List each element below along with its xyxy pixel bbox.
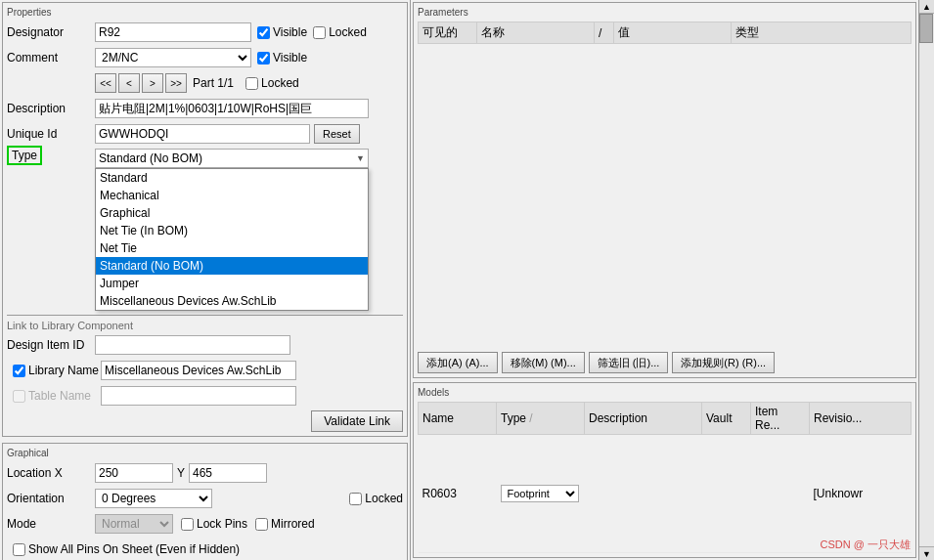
- design-item-id-input[interactable]: [95, 335, 290, 355]
- type-option-misc[interactable]: Miscellaneous Devices Aw.SchLib: [96, 292, 368, 310]
- validate-row: Validate Link: [7, 410, 403, 432]
- location-y-input[interactable]: [189, 463, 267, 483]
- models-col-type: Type /: [497, 403, 585, 435]
- lock-pins-checkbox[interactable]: [181, 518, 194, 531]
- type-label: Type: [7, 146, 42, 165]
- type-dropdown-selected[interactable]: Standard (No BOM) ▼: [95, 149, 369, 168]
- description-input[interactable]: [95, 99, 369, 118]
- orientation-row: Orientation 0 Degrees Locked: [7, 488, 403, 509]
- model-type: Footprint: [497, 435, 585, 553]
- mirrored-label[interactable]: Mirrored: [255, 517, 315, 531]
- table-row: R0603 Footprint [Unknowr: [419, 435, 912, 553]
- uniqueid-input[interactable]: [95, 124, 310, 144]
- description-row: Description: [7, 98, 403, 119]
- library-name-checkbox[interactable]: [13, 365, 25, 377]
- design-item-id-label: Design Item ID: [7, 338, 95, 352]
- nav-first-btn[interactable]: <<: [95, 73, 116, 93]
- remove-param-btn[interactable]: 移除(M) (M)...: [502, 352, 585, 373]
- params-col-value: 值: [614, 22, 732, 44]
- table-name-text: Table Name: [28, 389, 91, 403]
- library-name-input[interactable]: [101, 361, 296, 380]
- lock-pins-label[interactable]: Lock Pins: [181, 517, 247, 531]
- graphical-title: Graphical: [7, 448, 403, 458]
- table-name-row: Table Name: [7, 385, 403, 407]
- show-pins-checkbox[interactable]: [13, 543, 25, 556]
- separator-1: [7, 315, 403, 316]
- add-rule-btn[interactable]: 添加规则(R) (R)...: [672, 352, 775, 373]
- scroll-up-btn[interactable]: ▲: [919, 0, 934, 14]
- model-itemref: [751, 435, 810, 553]
- type-option-standard-nobom[interactable]: Standard (No BOM): [96, 257, 368, 275]
- scroll-down-btn[interactable]: ▼: [919, 546, 934, 560]
- visible-checkbox[interactable]: [257, 26, 270, 39]
- mirrored-text: Mirrored: [271, 517, 315, 531]
- visible-checkbox-label[interactable]: Visible: [257, 25, 307, 39]
- type-label-box: Type: [7, 149, 95, 162]
- comment-visible-label[interactable]: Visible: [257, 51, 307, 65]
- models-col-itemref: Item Re...: [751, 403, 810, 435]
- model-name: R0603: [419, 435, 497, 553]
- description-label: Description: [7, 102, 95, 115]
- parameters-body: [419, 44, 912, 186]
- models-body: R0603 Footprint [Unknowr: [419, 435, 912, 553]
- mirrored-checkbox[interactable]: [255, 518, 268, 531]
- model-revision: [Unknowr: [810, 435, 912, 553]
- scroll-track: [919, 14, 934, 546]
- add-param-btn[interactable]: 添加(A) (A)...: [418, 352, 498, 373]
- type-dropdown-arrow: ▼: [356, 153, 365, 163]
- parameters-table: 可见的 名称 / 值 类型: [418, 22, 912, 186]
- library-name-text: Library Name: [28, 364, 99, 377]
- location-x-input[interactable]: [95, 463, 173, 483]
- params-col-type: 类型: [732, 22, 912, 44]
- type-dropdown-container: Standard (No BOM) ▼ Standard Mechanical …: [95, 149, 369, 168]
- type-option-nettie[interactable]: Net Tie: [96, 239, 368, 257]
- graphical-locked-checkbox[interactable]: [349, 493, 362, 505]
- designator-row: Designator Visible Locked: [7, 22, 403, 43]
- params-col-name: 名称: [477, 22, 595, 44]
- lock-pins-text: Lock Pins: [197, 517, 247, 531]
- designator-label: Designator: [7, 25, 95, 39]
- right-scrollbar: ▲ ▼: [918, 0, 934, 560]
- nav-buttons: << < > >>: [95, 73, 187, 93]
- type-option-nettie-bom[interactable]: Net Tie (In BOM): [96, 222, 368, 239]
- locked-checkbox[interactable]: [313, 26, 326, 39]
- reset-btn[interactable]: Reset: [314, 124, 360, 144]
- params-col-visible: 可见的: [419, 22, 477, 44]
- graphical-locked-label[interactable]: Locked: [349, 492, 403, 505]
- nav-next-btn[interactable]: >: [142, 73, 163, 93]
- y-label: Y: [177, 466, 185, 480]
- parameters-title: Parameters: [418, 7, 912, 18]
- type-option-standard[interactable]: Standard: [96, 169, 368, 187]
- nav-last-btn[interactable]: >>: [165, 73, 187, 93]
- locked-checkbox-label[interactable]: Locked: [313, 25, 367, 39]
- uniqueid-row: Unique Id Reset: [7, 123, 403, 145]
- mode-select[interactable]: Normal: [95, 514, 173, 534]
- model-description: [585, 435, 702, 553]
- type-selected-value: Standard (No BOM): [99, 151, 356, 165]
- type-row: Type Standard (No BOM) ▼ Standard Mechan…: [7, 149, 403, 170]
- type-option-graphical[interactable]: Graphical: [96, 204, 368, 222]
- nav-locked-label[interactable]: Locked: [245, 76, 299, 90]
- show-pins-label[interactable]: Show All Pins On Sheet (Even if Hidden): [13, 542, 240, 556]
- mode-row: Mode Normal Lock Pins Mirrored: [7, 513, 403, 535]
- location-x-label: Location X: [7, 466, 95, 480]
- comment-select[interactable]: 2M/NC: [95, 48, 251, 67]
- table-name-input[interactable]: [101, 386, 296, 406]
- nav-prev-btn[interactable]: <: [118, 73, 140, 93]
- designator-input[interactable]: [95, 22, 251, 42]
- type-option-mechanical[interactable]: Mechanical: [96, 187, 368, 204]
- orientation-select[interactable]: 0 Degrees: [95, 489, 212, 508]
- comment-visible-checkbox[interactable]: [257, 52, 270, 65]
- table-name-label[interactable]: Table Name: [13, 389, 101, 403]
- graphical-locked-text: Locked: [365, 492, 403, 505]
- show-pins-row: Show All Pins On Sheet (Even if Hidden): [7, 538, 403, 560]
- model-type-select[interactable]: Footprint: [501, 485, 579, 502]
- comment-label: Comment: [7, 51, 95, 65]
- scroll-thumb[interactable]: [919, 14, 933, 43]
- library-name-label[interactable]: Library Name: [13, 364, 101, 377]
- filter-param-btn[interactable]: 筛选旧 (旧)...: [589, 352, 669, 373]
- nav-locked-checkbox[interactable]: [245, 77, 258, 90]
- type-option-jumper[interactable]: Jumper: [96, 275, 368, 292]
- properties-title: Properties: [7, 7, 403, 18]
- validate-link-btn[interactable]: Validate Link: [311, 410, 403, 432]
